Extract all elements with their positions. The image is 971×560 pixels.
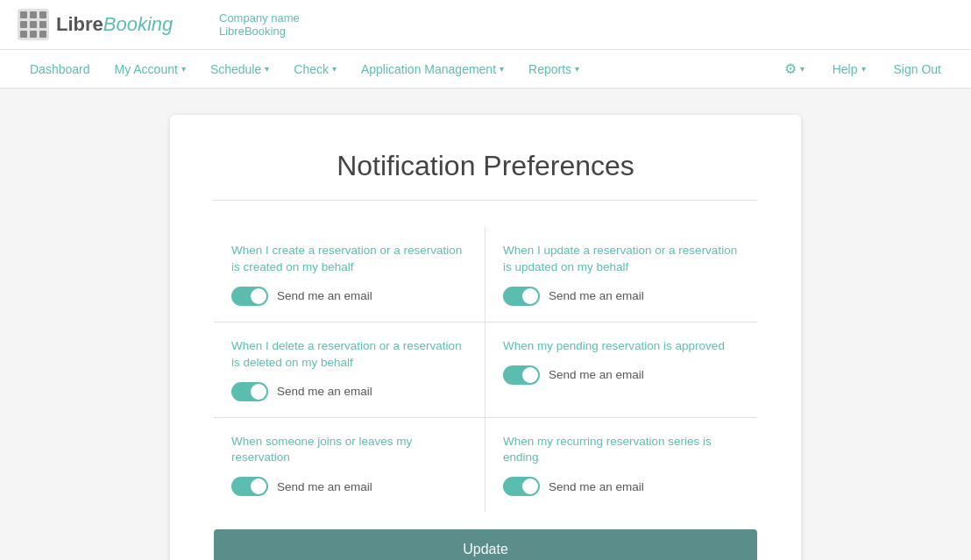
nav-reports-caret: ▾ [575,64,579,74]
nav-check-label: Check [294,62,329,76]
svg-rect-4 [20,21,27,28]
svg-rect-7 [20,31,27,38]
pref-update-reservation-toggle[interactable] [503,287,540,306]
nav-sign-out-label: Sign Out [894,62,941,76]
svg-rect-6 [39,21,46,28]
update-button[interactable]: Update [214,529,757,560]
logo-icon [18,9,49,40]
nav-dashboard[interactable]: Dashboard [18,52,103,87]
app-name: LibreBooking [219,25,300,38]
nav-schedule[interactable]: Schedule ▾ [198,52,281,87]
pref-recurring-ending-toggle[interactable] [503,477,540,496]
nav-help[interactable]: Help ▾ [820,52,878,87]
pref-someone-joins-label: When someone joins or leaves my reservat… [231,434,467,467]
pref-pending-approved: When my pending reservation is approved … [486,323,757,418]
nav-application-management-caret: ▾ [500,64,504,74]
nav-my-account-label: My Account [115,62,178,76]
pref-create-reservation-toggle-label: Send me an email [277,289,372,302]
pref-update-reservation-toggle-row: Send me an email [503,287,740,306]
page-title: Notification Preferences [214,150,757,201]
nav-right: ⚙ ▾ Help ▾ Sign Out [772,50,953,88]
nav-help-label: Help [833,62,858,76]
pref-pending-approved-toggle-row: Send me an email [503,365,740,385]
pref-pending-approved-toggle[interactable] [503,365,540,385]
nav-check[interactable]: Check ▾ [281,52,349,87]
svg-rect-3 [39,11,46,18]
nav-my-account[interactable]: My Account ▾ [103,52,198,87]
pref-recurring-ending-label: When my recurring reservation series is … [503,434,740,467]
pref-update-reservation-label: When I update a reservation or a reserva… [503,243,740,276]
pref-delete-reservation-label: When I delete a reservation or a reserva… [231,338,467,372]
svg-rect-9 [39,31,46,38]
nav-help-caret: ▾ [861,64,866,74]
company-name: Company name [219,11,300,25]
nav-application-management-label: Application Management [361,62,496,76]
nav-check-caret: ▾ [332,64,337,74]
pref-update-reservation-toggle-label: Send me an email [549,289,644,302]
company-info: Company name LibreBooking [219,11,300,38]
nav-schedule-caret: ▾ [265,64,269,74]
pref-pending-approved-toggle-label: Send me an email [549,368,644,381]
nav-schedule-label: Schedule [210,62,261,76]
nav-left: Dashboard My Account ▾ Schedule ▾ Check … [18,52,592,87]
pref-recurring-ending-toggle-label: Send me an email [549,480,644,493]
pref-someone-joins-toggle-label: Send me an email [277,480,372,493]
logo-libre-text: Libre [56,13,103,36]
logo-area: Libre Booking [18,9,193,40]
pref-update-reservation: When I update a reservation or a reserva… [486,227,757,323]
svg-rect-8 [30,31,37,38]
nav-settings[interactable]: ⚙ ▾ [772,50,817,88]
navbar: Dashboard My Account ▾ Schedule ▾ Check … [0,50,971,89]
pref-someone-joins-toggle-row: Send me an email [231,477,467,496]
pref-create-reservation-label: When I create a reservation or a reserva… [231,243,467,276]
app-header: Libre Booking Company name LibreBooking [0,0,971,50]
pref-someone-joins: When someone joins or leaves my reservat… [214,418,486,513]
main-content: Notification Preferences When I create a… [0,89,971,560]
svg-rect-2 [30,11,37,18]
nav-reports[interactable]: Reports ▾ [516,52,592,87]
pref-recurring-ending: When my recurring reservation series is … [486,418,757,513]
nav-sign-out[interactable]: Sign Out [882,52,953,87]
pref-recurring-ending-toggle-row: Send me an email [503,477,740,496]
pref-delete-reservation: When I delete a reservation or a reserva… [214,323,486,418]
pref-delete-reservation-toggle-row: Send me an email [231,382,467,401]
pref-create-reservation-toggle-row: Send me an email [231,287,467,306]
nav-reports-label: Reports [528,62,571,76]
nav-application-management[interactable]: Application Management ▾ [349,52,516,87]
nav-dashboard-label: Dashboard [30,62,90,76]
pref-create-reservation-toggle[interactable] [231,287,268,306]
pref-someone-joins-toggle[interactable] [231,477,268,496]
notification-preferences-card: Notification Preferences When I create a… [170,115,801,560]
logo-booking-text: Booking [103,13,174,36]
gear-icon: ⚙ [784,60,797,77]
nav-my-account-caret: ▾ [181,64,186,74]
preferences-grid: When I create a reservation or a reserva… [214,227,757,512]
svg-rect-5 [30,21,37,28]
pref-create-reservation: When I create a reservation or a reserva… [214,227,486,323]
pref-pending-approved-label: When my pending reservation is approved [503,338,740,355]
pref-delete-reservation-toggle[interactable] [231,382,268,401]
pref-delete-reservation-toggle-label: Send me an email [277,385,372,398]
svg-rect-1 [20,11,27,18]
nav-settings-caret: ▾ [800,64,804,74]
